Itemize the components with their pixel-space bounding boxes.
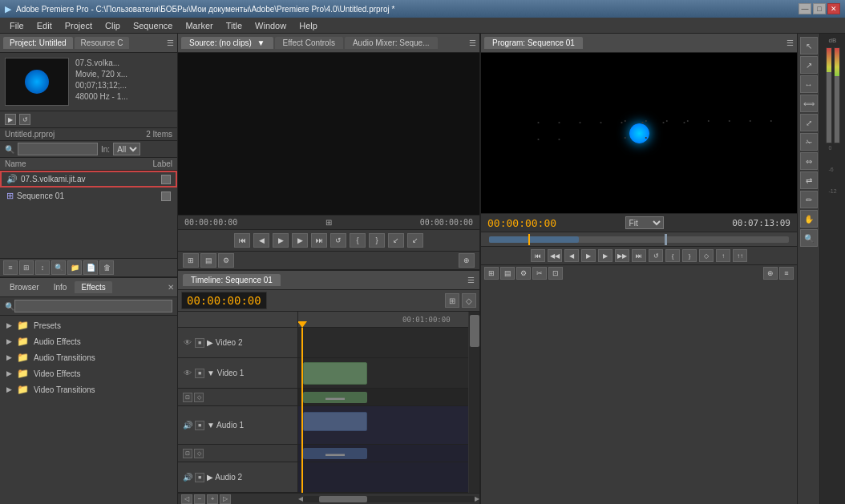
track-video1-lock[interactable]: ■ <box>195 369 204 378</box>
tab-resource[interactable]: Resource C <box>75 37 130 49</box>
source-panel-menu[interactable]: ☰ <box>469 38 476 47</box>
tool-hand[interactable]: ✋ <box>800 210 818 228</box>
tool-rate-stretch[interactable]: ⤢ <box>800 114 818 131</box>
thumb-play-button[interactable]: ▶ <box>5 114 16 125</box>
timeline-hscroll-thumb[interactable] <box>319 496 367 502</box>
source-timecode-right[interactable]: 00:00:00:00 <box>420 218 473 227</box>
track-v1-keyframe[interactable]: ◇ <box>194 393 204 402</box>
source-timecode-left[interactable]: 00:00:00:00 <box>184 218 237 227</box>
thumb-loop-button[interactable]: ↺ <box>19 114 30 125</box>
tab-browser[interactable]: Browser <box>3 281 46 293</box>
menu-sequence[interactable]: Sequence <box>127 19 180 32</box>
effect-audio-effects[interactable]: ▶ 📁 Audio Effects <box>0 333 177 349</box>
source-prev-frame[interactable]: ◀ <box>253 233 269 248</box>
effects-panel-menu[interactable]: ✕ <box>168 283 174 292</box>
close-button[interactable]: ✕ <box>827 3 840 14</box>
menu-file[interactable]: File <box>3 19 30 32</box>
prog-zoom[interactable]: ⊕ <box>763 267 778 280</box>
find-button[interactable]: 🔍 <box>51 260 66 275</box>
prog-settings[interactable]: ⚙ <box>516 267 531 280</box>
source-overwrite[interactable]: ↙ <box>407 233 423 248</box>
prog-prev-frame[interactable]: ◀ <box>564 249 579 262</box>
track-v1-sync[interactable]: ⊡ <box>183 393 192 402</box>
prog-mark-in[interactable]: { <box>665 249 680 262</box>
source-step-fwd[interactable]: ⏭ <box>311 233 327 248</box>
program-panel-menu[interactable]: ☰ <box>786 38 794 47</box>
program-timeline-bar[interactable] <box>481 232 797 246</box>
tab-effects[interactable]: Effects <box>75 281 111 293</box>
tl-zoom-in[interactable]: + <box>207 494 218 504</box>
program-fit-select[interactable]: Fit 25% 50% 100% <box>625 216 664 229</box>
prog-trim-mode[interactable]: ✂ <box>532 267 547 280</box>
source-loop[interactable]: ↺ <box>330 233 346 248</box>
timeline-timecode[interactable]: 00:00:00:00 <box>181 292 267 309</box>
source-tab-dropdown[interactable]: ▼ <box>257 38 265 47</box>
project-search-input[interactable] <box>18 143 98 155</box>
source-step-back[interactable]: ⏮ <box>234 233 250 248</box>
tool-select[interactable]: ↖ <box>800 37 818 54</box>
effect-video-transitions[interactable]: ▶ 📁 Video Transitions <box>0 381 177 397</box>
tab-project-untitled[interactable]: Project: Untitled <box>3 37 73 49</box>
source-mark-in[interactable]: { <box>350 233 366 248</box>
timeline-panel-menu[interactable]: ☰ <box>467 276 475 284</box>
source-output[interactable]: ▤ <box>200 253 216 268</box>
effect-audio-transitions[interactable]: ▶ 📁 Audio Transitions <box>0 349 177 365</box>
item-checkbox-1[interactable] <box>161 192 171 201</box>
track-a1-sync[interactable]: ⊡ <box>183 449 192 458</box>
track-audio2-mute[interactable]: 🔊 <box>183 473 192 482</box>
tl-zoom-out[interactable]: − <box>194 494 205 504</box>
timeline-vertical-scrollbar[interactable] <box>468 312 479 493</box>
menu-clip[interactable]: Clip <box>99 19 127 32</box>
track-audio1-mute[interactable]: 🔊 <box>183 421 192 430</box>
tab-effect-controls[interactable]: Effect Controls <box>275 37 343 49</box>
menu-edit[interactable]: Edit <box>30 19 59 32</box>
tab-audio-mixer[interactable]: Audio Mixer: Seque... <box>345 37 438 49</box>
program-timecode[interactable]: 00:00:00:00 <box>487 217 556 229</box>
tool-slip[interactable]: ⇔ <box>800 152 818 170</box>
effects-search-input[interactable] <box>14 300 172 312</box>
tl-snap-button[interactable]: ⊞ <box>445 293 459 308</box>
new-bin-button[interactable]: 📁 <box>67 260 82 275</box>
prog-lift[interactable]: ↑ <box>716 249 730 262</box>
video1-clip[interactable] <box>303 362 367 385</box>
icon-view-button[interactable]: ⊞ <box>19 260 34 275</box>
prog-gantt[interactable]: ≡ <box>779 267 794 280</box>
track-audio2-lock[interactable]: ■ <box>195 473 204 482</box>
track-a1-keyframe[interactable]: ◇ <box>194 449 204 458</box>
prog-to-in[interactable]: ⏮ <box>531 249 545 262</box>
track-video2-eye[interactable]: 👁 <box>183 338 192 348</box>
prog-multi-cam[interactable]: ⊡ <box>548 267 563 280</box>
prog-step-back[interactable]: ◀◀ <box>548 249 562 262</box>
track-video1-eye[interactable]: 👁 <box>183 369 192 378</box>
audio1-clip[interactable] <box>303 412 367 431</box>
tool-rolling-edit[interactable]: ⟺ <box>800 95 818 112</box>
prog-mark-out[interactable]: } <box>682 249 697 262</box>
hscroll-right-arrow[interactable]: ▶ <box>475 495 479 502</box>
effect-presets[interactable]: ▶ 📁 Presets <box>0 317 177 333</box>
prog-next-frame[interactable]: ▶ <box>598 249 613 262</box>
source-play-stop[interactable]: ▶ <box>273 233 289 248</box>
prog-add-marker[interactable]: ◇ <box>699 249 714 262</box>
in-select[interactable]: All <box>113 143 140 155</box>
tool-razor[interactable]: ✁ <box>800 133 818 151</box>
prog-extract[interactable]: ↑↑ <box>733 249 747 262</box>
tool-slide[interactable]: ⇄ <box>800 171 818 189</box>
autoscroll-button[interactable]: ↕ <box>35 260 50 275</box>
source-next-frame[interactable]: ▶ <box>292 233 308 248</box>
item-checkbox-0[interactable] <box>161 175 171 184</box>
tab-timeline[interactable]: Timeline: Sequence 01 <box>183 274 281 286</box>
tool-zoom[interactable]: 🔍 <box>800 229 818 247</box>
source-safe-margins[interactable]: ⊞ <box>183 253 199 268</box>
source-zoom[interactable]: ⊕ <box>459 253 475 268</box>
effect-video-effects[interactable]: ▶ 📁 Video Effects <box>0 365 177 381</box>
tl-marker-button[interactable]: ◇ <box>462 293 476 308</box>
tab-info[interactable]: Info <box>47 281 74 293</box>
tool-track-select[interactable]: ↗ <box>800 56 818 74</box>
track-audio1-lock[interactable]: ■ <box>195 421 204 430</box>
prog-step-fwd[interactable]: ▶▶ <box>615 249 629 262</box>
tool-pen[interactable]: ✏ <box>800 191 818 208</box>
prog-output[interactable]: ▤ <box>500 267 515 280</box>
menu-help[interactable]: Help <box>293 19 324 32</box>
source-settings[interactable]: ⚙ <box>218 253 234 268</box>
source-insert[interactable]: ↙ <box>388 233 404 248</box>
